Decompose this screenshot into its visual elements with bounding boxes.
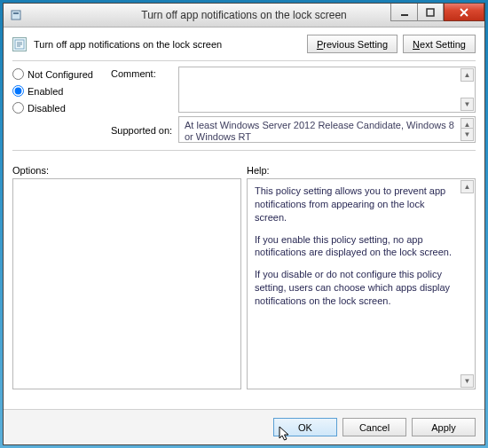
- previous-setting-label: Previous Setting: [317, 39, 388, 50]
- minimize-button[interactable]: [390, 4, 417, 21]
- app-icon: [9, 8, 23, 22]
- policy-title: Turn off app notifications on the lock s…: [34, 39, 222, 50]
- help-p1: This policy setting allows you to preven…: [255, 185, 457, 224]
- scroll-down-icon[interactable]: ▼: [460, 374, 474, 388]
- options-pane: [12, 178, 241, 389]
- close-button[interactable]: [444, 4, 484, 21]
- svg-rect-2: [401, 14, 408, 16]
- state-radios: Not Configured Enabled Disabled: [12, 67, 106, 143]
- next-setting-label: Next Setting: [413, 39, 466, 50]
- pane-labels: Options: Help:: [12, 165, 476, 176]
- scroll-down-icon[interactable]: ▼: [460, 128, 474, 141]
- comment-label: Comment:: [111, 67, 173, 113]
- cancel-label: Cancel: [359, 422, 390, 433]
- scroll-down-icon[interactable]: ▼: [460, 98, 474, 111]
- supported-on-textbox: ▲ ▼ At least Windows Server 2012 Release…: [178, 116, 476, 143]
- supported-on-label: Supported on:: [111, 123, 173, 136]
- content-area: Turn off app notifications on the lock s…: [4, 28, 484, 444]
- policy-editor-window: Turn off app notifications on the lock s…: [3, 3, 485, 445]
- svg-rect-1: [13, 12, 19, 14]
- divider: [12, 60, 476, 61]
- divider: [12, 150, 476, 151]
- comment-textarea[interactable]: ▲ ▼: [178, 67, 476, 113]
- radio-enabled[interactable]: Enabled: [12, 85, 106, 97]
- radio-enabled-label: Enabled: [28, 86, 63, 97]
- help-pane: ▲ ▼ This policy setting allows you to pr…: [247, 178, 476, 389]
- window-controls: [390, 4, 484, 27]
- previous-setting-button[interactable]: Previous Setting: [307, 35, 397, 53]
- ok-label: OK: [298, 422, 312, 433]
- supported-on-text: At least Windows Server 2012 Release Can…: [185, 120, 454, 142]
- radio-disabled-label: Disabled: [28, 103, 66, 114]
- next-setting-button[interactable]: Next Setting: [403, 35, 476, 53]
- bottom-bar: OK Cancel Apply: [4, 409, 484, 444]
- svg-rect-0: [12, 11, 20, 20]
- titlebar[interactable]: Turn off app notifications on the lock s…: [4, 4, 484, 28]
- help-p2: If you enable this policy setting, no ap…: [255, 233, 457, 260]
- radio-enabled-input[interactable]: [12, 85, 24, 97]
- scroll-up-icon[interactable]: ▲: [460, 180, 474, 193]
- maximize-button[interactable]: [417, 4, 444, 21]
- ok-button[interactable]: OK: [273, 418, 337, 436]
- radio-disabled-input[interactable]: [12, 102, 24, 114]
- panes: ▲ ▼ This policy setting allows you to pr…: [12, 178, 476, 402]
- settings-grid: Not Configured Enabled Disabled Comment:…: [12, 67, 476, 143]
- apply-label: Apply: [431, 422, 456, 433]
- apply-button[interactable]: Apply: [412, 418, 476, 436]
- cancel-button[interactable]: Cancel: [342, 418, 406, 436]
- radio-not-configured-label: Not Configured: [28, 69, 93, 80]
- help-p3: If you disable or do not configure this …: [255, 268, 457, 308]
- help-label: Help:: [247, 165, 270, 176]
- policy-icon: [12, 37, 27, 51]
- help-text: This policy setting allows you to preven…: [255, 185, 457, 308]
- scroll-up-icon[interactable]: ▲: [460, 68, 474, 82]
- header-row: Turn off app notifications on the lock s…: [12, 35, 476, 53]
- radio-not-configured-input[interactable]: [12, 68, 24, 80]
- radio-not-configured[interactable]: Not Configured: [12, 68, 106, 80]
- svg-rect-3: [427, 9, 434, 16]
- radio-disabled[interactable]: Disabled: [12, 102, 106, 114]
- options-label: Options:: [12, 165, 247, 176]
